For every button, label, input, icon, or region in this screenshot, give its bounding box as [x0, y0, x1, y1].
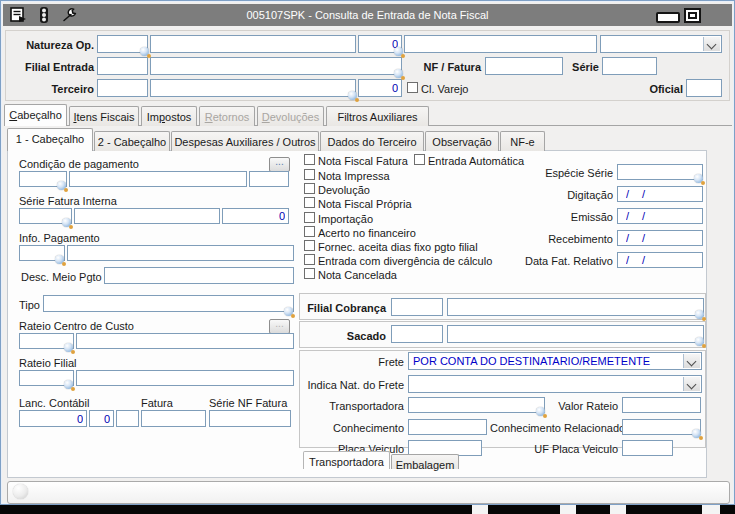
cl-varejo-checkbox[interactable] [407, 82, 418, 93]
lanc-contabil-2-input[interactable] [89, 410, 114, 427]
transportadora-input[interactable] [408, 397, 545, 413]
valor-rateio-input[interactable] [622, 397, 701, 413]
entrada-automatica-checkbox[interactable] [414, 154, 425, 165]
nota-impressa-checkbox[interactable] [304, 169, 315, 180]
filial-entrada-code-input[interactable] [97, 57, 148, 75]
lookup-ball-icon[interactable] [55, 255, 64, 264]
info-pagamento-desc-input[interactable] [67, 245, 294, 261]
tab-itens-fiscais[interactable]: Itens Fiscais [69, 106, 139, 126]
title-bar: 005107SPK - Consulta de Entrada de Nota … [3, 4, 732, 26]
importacao-label: Importação [318, 213, 373, 225]
lookup-ball-icon[interactable] [394, 69, 403, 78]
header-combobox[interactable] [600, 35, 722, 53]
conhecimento-relacionado-input[interactable] [622, 419, 701, 435]
lookup-ball-icon[interactable] [64, 380, 73, 389]
maximize-button[interactable] [684, 8, 701, 23]
terceiro-code-input[interactable] [97, 79, 148, 97]
lookup-ball-icon[interactable] [692, 429, 701, 438]
conhecimento-input[interactable] [408, 419, 487, 435]
importacao-checkbox[interactable] [304, 212, 315, 223]
natureza-op-extra-input[interactable] [404, 35, 597, 53]
rateio-cc-desc-input[interactable] [76, 333, 294, 349]
condicao-desc-input[interactable] [69, 171, 247, 187]
tipo-label: Tipo [19, 299, 40, 311]
filial-entrada-desc-input[interactable] [150, 57, 402, 75]
tipo-input[interactable] [43, 295, 294, 312]
filial-cobranca-desc-input[interactable] [447, 298, 704, 316]
lanc-contabil-1-input[interactable] [19, 410, 87, 427]
fornec-dias-fixo-checkbox[interactable] [304, 240, 315, 251]
subtab-observacao[interactable]: Observação [425, 131, 499, 151]
fatura-input[interactable] [141, 410, 206, 427]
recebimento-input[interactable] [617, 230, 703, 246]
lookup-ball-icon[interactable] [140, 47, 149, 56]
lanc-contabil-label: Lanc. Contábil [19, 397, 89, 409]
subtab-1-cabecalho[interactable]: 1 - Cabeçalho [7, 128, 93, 151]
devolucao-checkbox[interactable] [304, 183, 315, 194]
frete-combobox[interactable]: POR CONTA DO DESTINATARIO/REMETENTE [408, 352, 702, 370]
lookup-ball-icon[interactable] [394, 47, 403, 56]
especie-serie-input[interactable] [617, 164, 703, 180]
cl-varejo-label: Cl. Varejo [421, 83, 468, 95]
sacado-desc-input[interactable] [447, 325, 704, 343]
indica-nat-frete-combobox[interactable] [408, 375, 702, 393]
nota-cancelada-checkbox[interactable] [304, 268, 315, 279]
lookup-ball-icon[interactable] [536, 407, 545, 416]
frete-value: POR CONTA DO DESTINATARIO/REMETENTE [413, 355, 681, 367]
bottomtab-transportadora[interactable]: Transportadora [303, 451, 390, 469]
subtab-despesas-auxiliares[interactable]: Despesas Auxiliares / Outros [171, 131, 319, 151]
digitacao-input[interactable] [617, 186, 703, 202]
recebimento-label: Recebimento [503, 233, 613, 245]
desc-meio-pgto-input[interactable] [104, 267, 294, 284]
subtab-2-cabecalho[interactable]: 2 - Cabeçalho [94, 131, 170, 151]
tab-impostos[interactable]: Impostos [141, 106, 197, 126]
lookup-ball-icon[interactable] [348, 91, 357, 100]
divergencia-calculo-checkbox[interactable] [304, 254, 315, 265]
nota-fiscal-fatura-label: Nota Fiscal Fatura [318, 155, 408, 167]
serie-label: Série [566, 61, 599, 73]
combo-dropdown-button[interactable] [683, 377, 700, 391]
minimize-button[interactable] [656, 12, 680, 23]
combo-dropdown-button[interactable] [703, 37, 720, 51]
terceiro-desc-input[interactable] [150, 79, 356, 97]
nf-fatura-input[interactable] [485, 57, 563, 75]
taskbar-strip [0, 505, 735, 514]
lookup-ball-icon[interactable] [695, 337, 704, 346]
natureza-op-desc-input[interactable] [150, 35, 356, 53]
oficial-label: Oficial [641, 83, 683, 95]
lanc-contabil-3-input[interactable] [116, 410, 139, 427]
terceiro-num-input[interactable] [358, 79, 402, 97]
lookup-ball-icon[interactable] [695, 310, 704, 319]
serie-fatura-num-input[interactable] [222, 208, 289, 224]
nota-fiscal-fatura-checkbox[interactable] [304, 154, 315, 165]
emissao-input[interactable] [617, 208, 703, 224]
transportadora-label: Transportadora [301, 400, 404, 412]
uf-placa-veiculo-input[interactable] [622, 440, 673, 456]
chevron-down-icon [687, 380, 697, 390]
data-fat-relativo-input[interactable] [617, 252, 703, 268]
tab-filtros-auxiliares[interactable]: Filtros Auxiliares [326, 106, 429, 126]
serie-input[interactable] [602, 57, 657, 75]
lookup-ball-icon[interactable] [57, 181, 66, 190]
nota-fiscal-propria-checkbox[interactable] [304, 197, 315, 208]
subtab-nfe[interactable]: NF-e [500, 131, 545, 151]
lookup-ball-icon[interactable] [284, 307, 293, 316]
filial-cobranca-code-input[interactable] [391, 298, 443, 316]
lookup-ball-icon[interactable] [64, 343, 73, 352]
subtab-dados-do-terceiro[interactable]: Dados do Terceiro [320, 131, 424, 151]
frete-label: Frete [301, 356, 404, 368]
tab-cabecalho[interactable]: Cabeçalho [4, 104, 67, 126]
acerto-financeiro-checkbox[interactable] [304, 226, 315, 237]
serie-fatura-desc-input[interactable] [74, 208, 220, 224]
bottomtab-embalagem[interactable]: Embalagem [391, 454, 459, 469]
sacado-code-input[interactable] [391, 325, 443, 343]
combo-dropdown-button[interactable] [683, 354, 700, 368]
lookup-ball-icon[interactable] [694, 174, 703, 183]
serie-nf-fatura-input[interactable] [209, 410, 291, 427]
oficial-input[interactable] [686, 79, 722, 97]
rateio-filial-desc-input[interactable] [76, 370, 294, 386]
emissao-label: Emissão [503, 211, 613, 223]
lookup-ball-icon[interactable] [62, 218, 71, 227]
condicao-extra-input[interactable] [249, 171, 289, 187]
condicao-more-button[interactable]: ... [269, 157, 290, 172]
